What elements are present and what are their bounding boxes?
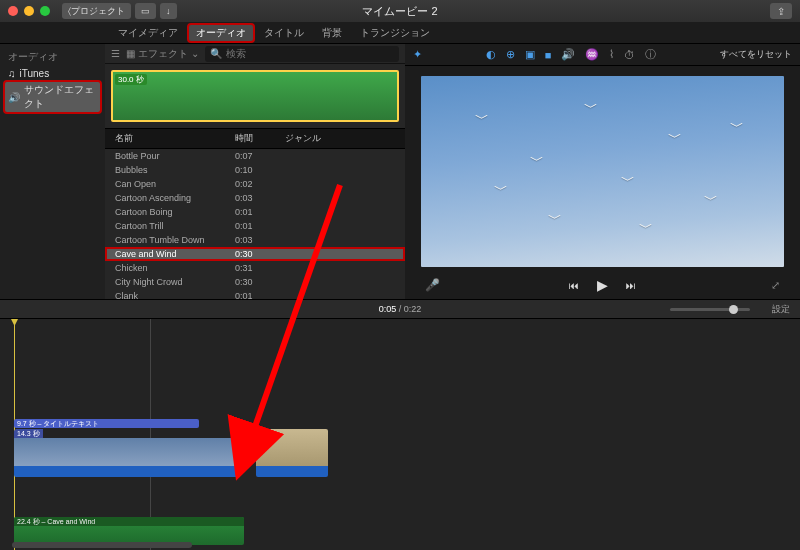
table-row[interactable]: Can Open0:02 xyxy=(105,177,405,191)
table-row[interactable]: City Night Crowd0:30 xyxy=(105,275,405,289)
search-placeholder: 検索 xyxy=(226,47,246,61)
table-row[interactable]: Chicken0:31 xyxy=(105,261,405,275)
table-row[interactable]: Bottle Pour0:07 xyxy=(105,149,405,163)
tab-audio[interactable]: オーディオ xyxy=(188,24,254,42)
clip-thumbnail xyxy=(14,438,240,466)
sidebar-item-itunes[interactable]: ♫ iTunes xyxy=(0,66,105,81)
table-row[interactable]: Cave and Wind0:30 xyxy=(105,247,405,261)
viewer-panel: ✦ ◐ ⊕ ▣ ■ 🔊 ♒ ⌇ ⏱ ⓘ すべてをリセット ﹀ ﹀ ﹀ ﹀ ﹀ ﹀… xyxy=(405,44,800,299)
table-header: 名前 時間 ジャンル xyxy=(105,128,405,149)
list-view-icon[interactable]: ☰ xyxy=(111,48,120,59)
sidebar-item-label: サウンドエフェクト xyxy=(24,83,97,111)
transport-controls: 🎤 ⏮ ▶ ⏭ ⤢ xyxy=(405,271,800,299)
video-track: 14.3 秒 xyxy=(14,429,240,477)
audio-browser: ☰ ▦ エフェクト ⌄ 🔍 検索 30.0 秒 名前 時間 ジャンル Bottl… xyxy=(105,44,405,299)
clip-duration-label: 14.3 秒 xyxy=(14,429,43,438)
video-clip-2[interactable] xyxy=(256,429,328,477)
minimize-icon[interactable] xyxy=(24,6,34,16)
adjust-icon[interactable]: ◐ xyxy=(486,48,496,61)
col-name[interactable]: 名前 xyxy=(105,132,235,145)
horizontal-scrollbar[interactable] xyxy=(12,542,192,548)
search-icon: 🔍 xyxy=(210,48,222,59)
audio-sidebar: オーディオ ♫ iTunes 🔊 サウンドエフェクト xyxy=(0,44,105,299)
share-button[interactable]: ⇪ xyxy=(770,3,792,19)
media-tabs: マイメディア オーディオ タイトル 背景 トランジション xyxy=(0,22,800,44)
timeline-header: 0:05 / 0:22 設定 xyxy=(0,299,800,319)
settings-button[interactable]: 設定 xyxy=(772,303,790,316)
table-body: Bottle Pour0:07Bubbles0:10Can Open0:02Ca… xyxy=(105,149,405,299)
next-button[interactable]: ⏭ xyxy=(626,280,636,291)
col-genre[interactable]: ジャンル xyxy=(285,132,405,145)
mic-icon[interactable]: 🎤 xyxy=(425,278,440,292)
chevron-down-icon: ⌄ xyxy=(191,48,199,59)
table-row[interactable]: Cartoon Ascending0:03 xyxy=(105,191,405,205)
equalizer-icon[interactable]: ♒ xyxy=(585,48,599,61)
table-row[interactable]: Cartoon Trill0:01 xyxy=(105,219,405,233)
tab-title[interactable]: タイトル xyxy=(256,24,312,42)
audio-clip-label: 22.4 秒 – Cave and Wind xyxy=(14,517,244,526)
search-input[interactable]: 🔍 検索 xyxy=(205,46,399,62)
clip-audio-waveform xyxy=(256,466,328,477)
table-row[interactable]: Clank0:01 xyxy=(105,289,405,299)
table-row[interactable]: Cartoon Tumble Down0:03 xyxy=(105,233,405,247)
filter-dropdown[interactable]: ▦ エフェクト ⌄ xyxy=(126,47,199,61)
crop-icon[interactable]: ▣ xyxy=(525,48,535,61)
timecode: 0:05 / 0:22 xyxy=(379,304,422,314)
close-icon[interactable] xyxy=(8,6,18,16)
import-button[interactable]: ↓ xyxy=(160,3,177,19)
video-preview[interactable]: ﹀ ﹀ ﹀ ﹀ ﹀ ﹀ ﹀ ﹀ ﹀ ﹀ xyxy=(421,76,784,267)
tab-background[interactable]: 背景 xyxy=(314,24,350,42)
table-row[interactable]: Bubbles0:10 xyxy=(105,163,405,177)
zoom-slider[interactable] xyxy=(670,308,750,311)
volume-icon[interactable]: 🔊 xyxy=(561,48,575,61)
back-button[interactable]: 〈 プロジェクト xyxy=(62,3,131,19)
library-view-button[interactable]: ▭ xyxy=(135,3,156,19)
noise-icon[interactable]: ⌇ xyxy=(609,48,614,61)
wand-icon[interactable]: ✦ xyxy=(413,48,422,61)
tab-transition[interactable]: トランジション xyxy=(352,24,438,42)
color-wheel-icon[interactable]: ⊕ xyxy=(506,48,515,61)
sidebar-item-sound-effects[interactable]: 🔊 サウンドエフェクト xyxy=(4,81,101,113)
speaker-icon: 🔊 xyxy=(8,92,20,103)
waveform-preview[interactable]: 30.0 秒 xyxy=(111,70,399,122)
audio-clip[interactable]: 22.4 秒 – Cave and Wind xyxy=(14,517,244,545)
col-time[interactable]: 時間 xyxy=(235,132,285,145)
clip-audio-waveform xyxy=(14,466,240,477)
prev-button[interactable]: ⏮ xyxy=(569,280,579,291)
maximize-icon[interactable] xyxy=(40,6,50,16)
camera-icon[interactable]: ■ xyxy=(545,49,552,61)
table-row[interactable]: Cartoon Boing0:01 xyxy=(105,205,405,219)
titlebar: 〈 プロジェクト ▭ ↓ マイムービー 2 ⇪ xyxy=(0,0,800,22)
info-icon[interactable]: ⓘ xyxy=(645,47,656,62)
video-clip-1[interactable]: 14.3 秒 xyxy=(14,429,240,477)
tab-my-media[interactable]: マイメディア xyxy=(110,24,186,42)
sidebar-header: オーディオ xyxy=(0,48,105,66)
title-clip[interactable]: 9.7 秒 – タイトルテキスト xyxy=(14,419,199,428)
clip-thumbnail xyxy=(256,429,328,466)
fullscreen-icon[interactable]: ⤢ xyxy=(771,279,780,292)
transition-icon[interactable]: ⋈ xyxy=(237,441,253,455)
viewer-toolbar: ✦ ◐ ⊕ ▣ ■ 🔊 ♒ ⌇ ⏱ ⓘ すべてをリセット xyxy=(405,44,800,66)
sidebar-item-label: iTunes xyxy=(20,68,50,79)
timeline[interactable]: 9.7 秒 – タイトルテキスト 14.3 秒 ⋈ 22.4 秒 – Cave … xyxy=(0,319,800,550)
music-icon: ♫ xyxy=(8,68,16,79)
window-controls xyxy=(8,6,50,16)
play-button[interactable]: ▶ xyxy=(597,277,608,293)
reset-all-button[interactable]: すべてをリセット xyxy=(720,48,792,61)
duration-tag: 30.0 秒 xyxy=(115,74,147,85)
speed-icon[interactable]: ⏱ xyxy=(624,49,635,61)
